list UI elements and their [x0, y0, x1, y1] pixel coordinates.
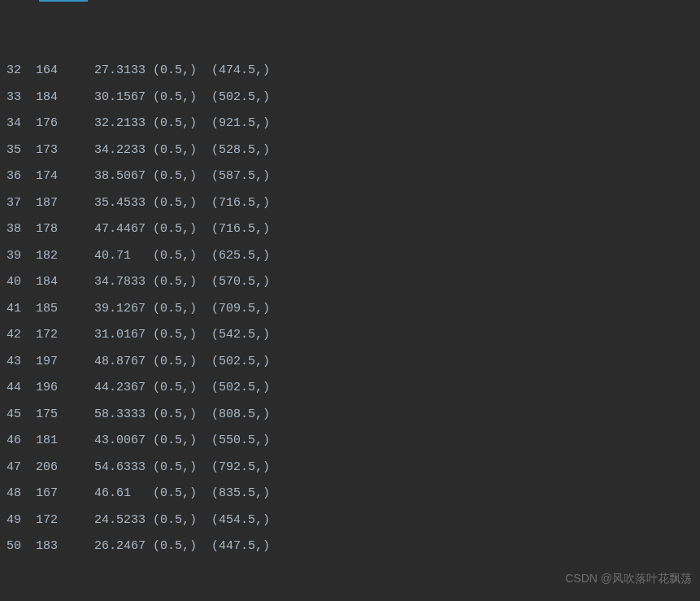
- tab-bar: [0, 0, 700, 2]
- table-row: 45 175 58.3333 (0.5,) (808.5,): [7, 402, 693, 429]
- table-row: 41 185 39.1267 (0.5,) (709.5,): [7, 296, 693, 323]
- table-row: 34 176 32.2133 (0.5,) (921.5,): [7, 111, 693, 137]
- active-tab-indicator: [39, 0, 88, 2]
- table-row: 50 183 26.2467 (0.5,) (447.5,): [7, 533, 693, 560]
- table-row: 35 173 34.2233 (0.5,) (528.5,): [7, 137, 693, 164]
- table-row: 48 167 46.61 (0.5,) (835.5,): [7, 481, 693, 507]
- table-row: 43 197 48.8767 (0.5,) (502.5,): [7, 349, 693, 376]
- table-row: 40 184 34.7833 (0.5,) (570.5,): [7, 269, 693, 296]
- table-row: 33 184 30.1567 (0.5,) (502.5,): [7, 85, 693, 111]
- table-row: 47 206 54.6333 (0.5,) (792.5,): [7, 455, 693, 481]
- table-row: 49 172 24.5233 (0.5,) (454.5,): [7, 507, 693, 534]
- watermark: CSDN @风吹落叶花飘荡: [565, 572, 692, 586]
- table-row: 37 187 35.4533 (0.5,) (716.5,): [7, 190, 693, 217]
- terminal-output[interactable]: 32 164 27.3133 (0.5,) (474.5,)33 184 30.…: [0, 2, 700, 601]
- table-row: 36 174 38.5067 (0.5,) (587.5,): [7, 163, 693, 190]
- table-row: 38 178 47.4467 (0.5,) (716.5,): [7, 216, 693, 243]
- table-row: 46 181 43.0067 (0.5,) (550.5,): [7, 428, 693, 455]
- table-row: 44 196 44.2367 (0.5,) (502.5,): [7, 375, 693, 402]
- table-row: 42 172 31.0167 (0.5,) (542.5,): [7, 322, 693, 349]
- table-row: 32 164 27.3133 (0.5,) (474.5,): [7, 58, 693, 85]
- table-row: 39 182 40.71 (0.5,) (625.5,): [7, 243, 693, 270]
